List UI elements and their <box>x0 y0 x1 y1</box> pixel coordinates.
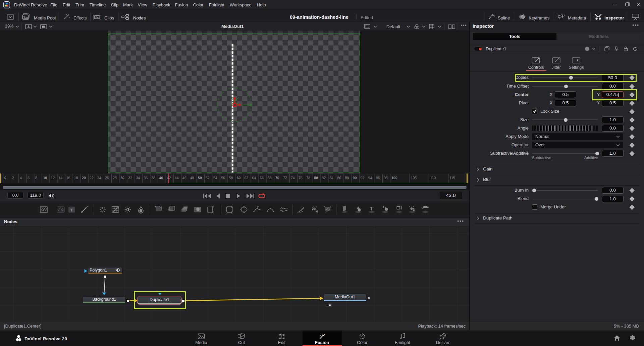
svg-text:44: 44 <box>175 176 179 180</box>
svg-text:115: 115 <box>449 176 455 180</box>
svg-text:32: 32 <box>128 176 132 180</box>
svg-text:14: 14 <box>59 176 63 180</box>
svg-text:68: 68 <box>268 176 272 180</box>
svg-text:0: 0 <box>4 176 6 180</box>
svg-text:80: 80 <box>314 176 318 180</box>
svg-text:90: 90 <box>353 176 357 180</box>
svg-text:26: 26 <box>105 176 109 180</box>
svg-text:62: 62 <box>245 176 249 180</box>
svg-text:20: 20 <box>82 176 86 180</box>
svg-text:78: 78 <box>306 176 310 180</box>
svg-text:12: 12 <box>51 176 55 180</box>
svg-text:98: 98 <box>384 176 388 180</box>
svg-text:94: 94 <box>368 176 372 180</box>
svg-text:66: 66 <box>260 176 264 180</box>
svg-text:88: 88 <box>345 176 349 180</box>
svg-text:72: 72 <box>283 176 287 180</box>
svg-text:54: 54 <box>213 176 217 180</box>
svg-text:58: 58 <box>229 176 233 180</box>
svg-text:8: 8 <box>35 176 37 180</box>
svg-text:82: 82 <box>322 176 326 180</box>
svg-text:24: 24 <box>97 176 101 180</box>
svg-text:40: 40 <box>159 176 163 180</box>
svg-text:50: 50 <box>198 176 202 180</box>
svg-text:86: 86 <box>337 176 341 180</box>
svg-text:22: 22 <box>90 176 94 180</box>
svg-text:34: 34 <box>136 176 140 180</box>
svg-text:74: 74 <box>291 176 295 180</box>
svg-text:92: 92 <box>361 176 365 180</box>
svg-text:105: 105 <box>411 176 417 180</box>
svg-text:T: T <box>370 206 373 211</box>
svg-text:4: 4 <box>20 176 22 180</box>
svg-text:56: 56 <box>221 176 225 180</box>
svg-text:16: 16 <box>66 176 70 180</box>
svg-text:46: 46 <box>182 176 186 180</box>
svg-text:36: 36 <box>144 176 148 180</box>
svg-text:76: 76 <box>299 176 303 180</box>
svg-text:A: A <box>27 25 30 29</box>
svg-text:2: 2 <box>12 176 14 180</box>
svg-text:96: 96 <box>376 176 380 180</box>
svg-text:70: 70 <box>275 176 279 180</box>
svg-text:30: 30 <box>120 176 124 180</box>
svg-text:38: 38 <box>152 176 156 180</box>
svg-text:48: 48 <box>190 176 194 180</box>
svg-text:64: 64 <box>252 176 256 180</box>
svg-text:110: 110 <box>430 176 436 180</box>
svg-text:18: 18 <box>74 176 78 180</box>
svg-text:52: 52 <box>206 176 210 180</box>
svg-text:28: 28 <box>113 176 117 180</box>
svg-text:6: 6 <box>28 176 30 180</box>
svg-text:T: T <box>70 207 73 212</box>
svg-text:84: 84 <box>329 176 333 180</box>
svg-text:100: 100 <box>391 176 397 180</box>
svg-text:10: 10 <box>43 176 47 180</box>
svg-text:60: 60 <box>236 176 240 180</box>
